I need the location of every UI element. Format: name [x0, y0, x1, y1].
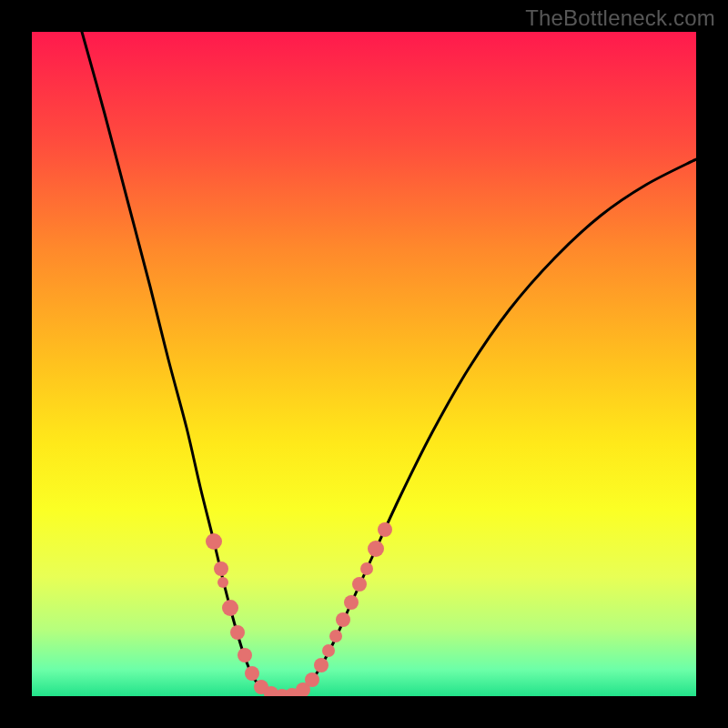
chart-frame: TheBottleneck.com: [0, 0, 728, 728]
marker-dot: [245, 666, 259, 681]
marker-dot: [360, 562, 373, 575]
marker-dot: [352, 577, 367, 592]
marker-dot: [217, 577, 228, 588]
marker-dot: [238, 648, 252, 662]
heat-gradient-background: [32, 32, 696, 696]
marker-dot: [314, 658, 329, 672]
marker-dot: [305, 672, 319, 687]
bottleneck-chart: [32, 32, 696, 696]
marker-dot: [214, 561, 228, 576]
marker-dot: [378, 522, 392, 537]
marker-dot: [206, 533, 222, 550]
marker-dot: [336, 612, 350, 627]
marker-dot: [322, 644, 335, 657]
marker-dot: [368, 541, 384, 557]
marker-dot: [230, 625, 245, 640]
marker-dot: [329, 630, 342, 642]
marker-dot: [222, 600, 238, 616]
watermark-text: TheBottleneck.com: [525, 5, 715, 31]
plot-area: [32, 32, 696, 696]
marker-dot: [344, 595, 359, 610]
